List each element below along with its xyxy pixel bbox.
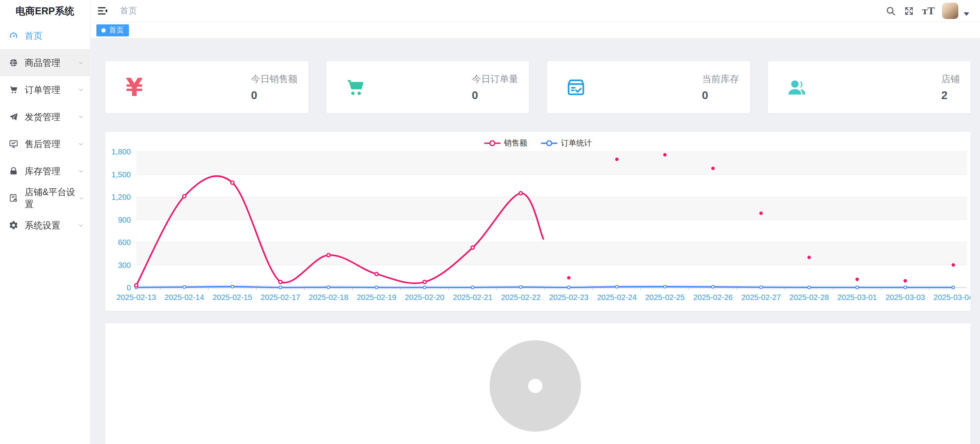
globe-icon [9,58,19,68]
sidebar-item-shop-platform[interactable]: 店铺&平台设置 [0,185,90,212]
svg-text:2025-02-25: 2025-02-25 [645,293,685,302]
cart-icon [9,85,19,95]
svg-text:2025-02-19: 2025-02-19 [357,293,396,302]
svg-text:2025-03-04: 2025-03-04 [934,293,971,302]
svg-text:1,200: 1,200 [111,193,131,201]
svg-text:300: 300 [118,261,131,269]
legend-marker-icon [484,139,500,147]
legend-label: 销售额 [504,138,527,148]
cart-icon [343,75,367,99]
stat-card-value: 0 [702,89,739,102]
chevron-down-icon [77,59,84,66]
peoples-icon [785,75,809,99]
line-chart-svg: 03006009001,2001,5001,8002025-02-132025-… [105,132,971,311]
tag-home[interactable]: 首页 [96,24,129,36]
svg-text:2025-02-14: 2025-02-14 [164,293,204,302]
svg-text:2025-02-28: 2025-02-28 [789,293,829,302]
search-button[interactable] [886,6,896,16]
stat-card-label: 店铺 [941,73,960,85]
sidebar-item-label: 店铺&平台设置 [25,186,78,210]
sidebar-item-label: 发货管理 [25,111,60,123]
font-size-button[interactable]: тT [922,5,934,17]
sidebar-item-inventory[interactable]: 库存管理 [0,158,90,185]
stat-card-label: 今日订单量 [472,73,518,85]
svg-text:2025-02-21: 2025-02-21 [453,293,492,302]
sidebar-menu: 首页 商品管理 订单管理 发货管理 售后管理 库存管理 店铺&平台设置 [0,22,90,239]
hamburger-icon [97,5,108,17]
gear-icon [9,220,19,230]
svg-text:2025-02-27: 2025-02-27 [741,293,781,302]
fullscreen-icon [904,6,914,16]
sidebar-item-label: 系统设置 [25,219,60,231]
svg-text:2025-03-03: 2025-03-03 [886,293,925,302]
svg-text:2025-02-18: 2025-02-18 [309,293,348,302]
sales-chart-panel: 销售额订单统计 03006009001,2001,5001,8002025-02… [105,132,971,311]
stat-card-label: 当前库存 [702,73,739,85]
sidebar: 电商ERP系统 首页 商品管理 订单管理 发货管理 售后管理 库存管理 [0,0,90,444]
sidebar-item-products[interactable]: 商品管理 [0,49,90,76]
peoples-icon [786,76,808,99]
donut-chart [105,323,971,444]
chevron-down-icon [77,141,84,147]
chevron-down-icon [77,113,84,120]
svg-text:2025-02-15: 2025-02-15 [212,293,252,302]
stat-card-4: 店铺 2 [768,61,971,113]
stat-card-1: ¥ 今日销售额 0 [105,61,308,113]
sidebar-item-shipping[interactable]: 发货管理 [0,103,90,130]
svg-text:2025-02-20: 2025-02-20 [405,293,444,302]
lock-icon [9,166,19,176]
send-icon [9,112,19,122]
app-logo: 电商ERP系统 [0,0,90,22]
stat-card-value: 2 [941,89,960,102]
dashboard-icon [9,31,19,41]
monitor-icon [9,139,19,149]
chevron-down-icon [78,195,84,202]
legend-marker-icon [541,139,557,147]
sidebar-item-label: 库存管理 [25,165,60,177]
shop-settings-icon [9,193,19,203]
gear-icon [9,220,19,230]
avatar-caret-down-icon[interactable] [964,12,969,16]
sidebar-item-label: 首页 [25,30,43,42]
cart-icon [9,85,19,95]
donut-chart-panel [105,323,971,444]
cart-icon [344,76,367,99]
stat-card-3: 当前库存 0 [547,61,750,113]
monitor-icon [9,139,19,149]
topbar-actions: тT [886,3,969,19]
fullscreen-button[interactable] [904,6,914,16]
legend-label: 订单统计 [561,138,592,148]
main-area: 首页 тT 首页 ¥ [91,0,980,444]
svg-text:1,800: 1,800 [111,147,131,156]
topbar: 首页 тT [91,0,980,22]
svg-text:2025-03-01: 2025-03-01 [837,293,877,302]
legend-item-orders[interactable]: 订单统计 [541,138,592,148]
sidebar-item-system[interactable]: 系统设置 [0,212,90,239]
svg-text:2025-02-23: 2025-02-23 [549,293,588,302]
globe-icon [9,58,19,68]
search-icon [886,6,896,16]
shop-settings-icon [9,193,19,203]
sidebar-item-label: 售后管理 [25,138,60,150]
sidebar-item-label: 订单管理 [25,84,60,96]
chevron-down-icon [77,222,84,229]
box-check-icon [565,76,587,99]
sidebar-item-after-sale[interactable]: 售后管理 [0,130,90,158]
breadcrumb: 首页 [120,5,137,17]
lock-icon [9,166,19,176]
svg-text:900: 900 [118,216,131,224]
avatar[interactable] [942,3,958,19]
donut-chart-svg [105,323,971,444]
collapse-sidebar-button[interactable] [97,5,108,17]
legend-item-sales[interactable]: 销售额 [484,138,527,148]
sidebar-item-label: 商品管理 [25,57,60,69]
stat-card-value: 0 [251,89,298,102]
stat-card-2: 今日订单量 0 [326,61,529,113]
sidebar-item-home[interactable]: 首页 [0,22,90,49]
tag-active-dot [101,28,106,33]
yen-icon: ¥ [122,75,146,99]
sidebar-item-orders[interactable]: 订单管理 [0,76,90,103]
svg-text:2025-02-26: 2025-02-26 [693,293,733,302]
svg-text:0: 0 [127,283,131,292]
line-chart: 03006009001,2001,5001,8002025-02-132025-… [105,132,971,311]
